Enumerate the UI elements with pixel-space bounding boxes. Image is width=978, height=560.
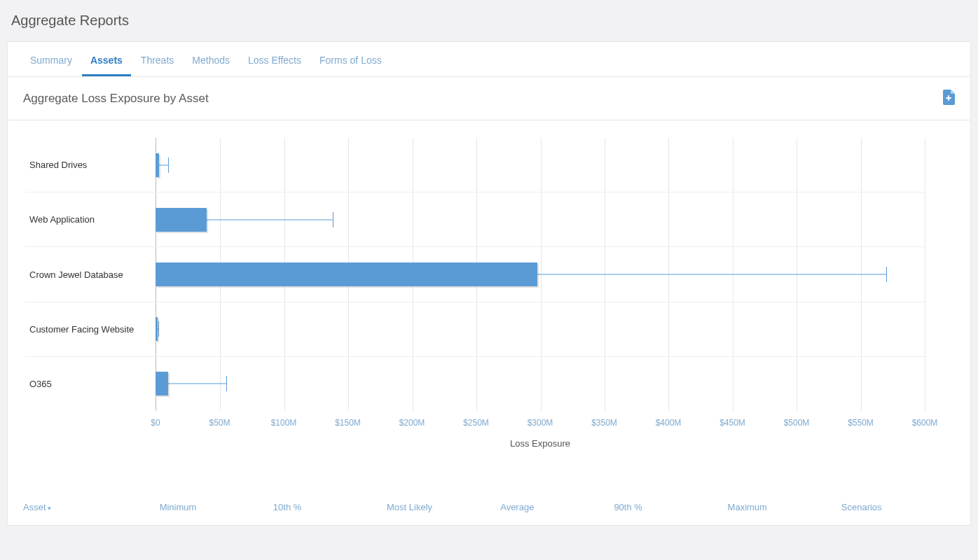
- th-scenarios[interactable]: Scenarios: [841, 502, 955, 512]
- chart-row: Customer Facing Website: [25, 302, 925, 356]
- error-bar-cap-high: [886, 267, 887, 282]
- x-tick-label: $50M: [209, 418, 230, 428]
- tabs: Summary Assets Threats Methods Loss Effe…: [8, 42, 970, 77]
- export-icon[interactable]: [942, 90, 955, 107]
- x-tick-label: $500M: [784, 418, 810, 428]
- tab-loss-effects[interactable]: Loss Effects: [240, 49, 310, 76]
- section-title: Aggregate Loss Exposure by Asset: [23, 92, 209, 106]
- chart-row: O365: [25, 356, 925, 411]
- x-tick-label: $0: [151, 418, 160, 428]
- x-tick-label: $300M: [528, 418, 553, 428]
- tab-threats[interactable]: Threats: [132, 49, 182, 76]
- bar: [156, 153, 159, 177]
- x-tick-label: $400M: [656, 418, 682, 428]
- bar: [156, 208, 207, 232]
- error-bar-cap-high: [333, 212, 333, 227]
- table-header-row: Asset▾ Minimum 10th % Most Likely Averag…: [8, 460, 970, 525]
- x-tick-label: $350M: [591, 418, 617, 428]
- tab-forms-of-loss[interactable]: Forms of Loss: [311, 49, 390, 76]
- bar: [156, 262, 537, 286]
- chart-row-plot: [156, 357, 925, 411]
- x-tick-label: $200M: [399, 418, 425, 428]
- error-bar-cap-high: [168, 158, 169, 173]
- tab-methods[interactable]: Methods: [184, 49, 238, 76]
- x-axis-label: Loss Exposure: [156, 438, 925, 449]
- chart-row-plot: [156, 302, 925, 356]
- x-tick-label: $600M: [912, 418, 938, 428]
- chart-row: Shared Drives: [25, 138, 925, 192]
- tab-assets[interactable]: Assets: [82, 49, 131, 76]
- chart-row-label: O365: [25, 379, 156, 389]
- chart-row-label: Shared Drives: [25, 160, 156, 170]
- x-tick-label: $150M: [335, 418, 361, 428]
- th-average[interactable]: Average: [500, 502, 614, 512]
- th-maximum[interactable]: Maximum: [728, 502, 841, 512]
- bar: [156, 317, 158, 341]
- chart-area: Shared DrivesWeb ApplicationCrown Jewel …: [8, 120, 970, 460]
- x-tick-label: $450M: [719, 418, 745, 428]
- tab-summary[interactable]: Summary: [22, 49, 81, 76]
- x-tick-label: $550M: [848, 418, 874, 428]
- error-bar-cap-high: [226, 376, 227, 391]
- chart-row: Web Application: [25, 192, 925, 246]
- x-tick-label: $250M: [463, 418, 489, 428]
- chart-row-label: Customer Facing Website: [25, 324, 156, 335]
- chart-row-plot: [156, 138, 925, 192]
- th-minimum[interactable]: Minimum: [160, 502, 273, 512]
- bar: [156, 372, 168, 396]
- x-tick-label: $100M: [271, 418, 297, 428]
- chart-row-label: Web Application: [25, 214, 156, 225]
- chart-row: Crown Jewel Database: [25, 246, 925, 301]
- report-card: Summary Assets Threats Methods Loss Effe…: [7, 41, 971, 526]
- chart-row-plot: [156, 192, 925, 246]
- gridline: [925, 138, 925, 411]
- sort-caret-icon: ▾: [48, 505, 51, 512]
- th-ninetieth[interactable]: 90th %: [614, 502, 727, 512]
- section-header: Aggregate Loss Exposure by Asset: [8, 77, 970, 120]
- chart-row-label: Crown Jewel Database: [25, 270, 156, 280]
- chart-row-plot: [156, 247, 925, 301]
- th-most-likely[interactable]: Most Likely: [387, 502, 500, 512]
- page-title: Aggregate Reports: [7, 7, 971, 41]
- th-tenth[interactable]: 10th %: [273, 502, 387, 512]
- error-bar-cap-high: [158, 321, 159, 337]
- th-asset[interactable]: Asset▾: [23, 502, 160, 512]
